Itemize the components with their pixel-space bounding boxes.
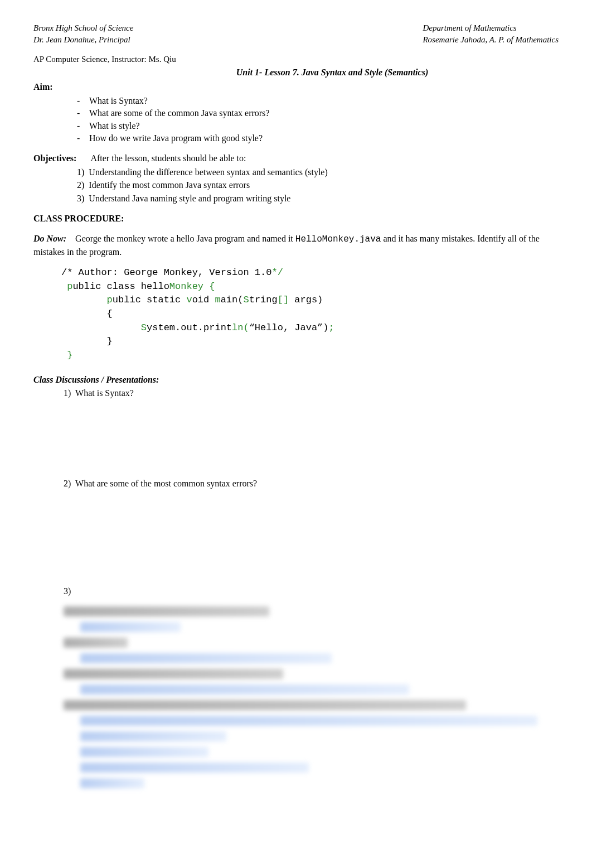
do-now-paragraph: Do Now: George the monkey wrote a hello …	[33, 233, 559, 258]
obscured-line	[80, 653, 332, 663]
aim-item: How do we write Java program with good s…	[89, 132, 559, 144]
school-name: Bronx High School of Science	[33, 22, 133, 34]
department-name: Department of Mathematics	[423, 22, 559, 34]
unit-title: Unit 1- Lesson 7. Java Syntax and Style …	[106, 66, 559, 79]
do-now-label: Do Now:	[33, 234, 66, 243]
obscured-line	[80, 731, 226, 741]
principal-name: Dr. Jean Donahue, Principal	[33, 34, 133, 46]
objectives-row: Objectives: After the lesson, students s…	[33, 152, 559, 165]
obscured-line	[80, 763, 309, 773]
code-block: /* Author: George Monkey, Version 1.0*/ …	[61, 266, 559, 362]
do-now-text: George the monkey wrote a hello Java pro…	[75, 234, 295, 243]
ap-name: Rosemarie Jahoda, A. P. of Mathematics	[423, 34, 559, 46]
obscured-line	[80, 747, 208, 757]
obscured-line	[64, 606, 269, 616]
do-now-filename: HelloMonkey.java	[295, 234, 381, 244]
question-list: 1) What is Syntax? 2) What are some of t…	[33, 387, 559, 597]
obscured-line	[64, 669, 283, 679]
obscured-line	[80, 778, 144, 788]
objectives-label: Objectives:	[33, 153, 76, 163]
obscured-line	[80, 622, 181, 632]
aim-label: Aim:	[33, 81, 559, 93]
class-procedure-heading: CLASS PROCEDURE:	[33, 213, 559, 225]
objective-item: 1) Understanding the difference between …	[77, 166, 559, 179]
aim-item: What are some of the common Java syntax …	[89, 107, 559, 119]
aim-item: What is Syntax?	[89, 95, 559, 107]
question-item: 2) What are some of the most common synt…	[64, 478, 559, 490]
obscured-content	[64, 606, 521, 788]
class-discussions-heading: Class Discussions / Presentations:	[33, 374, 559, 386]
aim-item: What is style?	[89, 120, 559, 132]
question-item: 3)	[64, 585, 559, 597]
obscured-line	[64, 700, 466, 710]
objectives-list: 1) Understanding the difference between …	[33, 166, 559, 205]
instructor-line: AP Computer Science, Instructor: Ms. Qiu	[33, 54, 559, 65]
obscured-line	[64, 638, 128, 648]
objectives-intro: After the lesson, students should be abl…	[90, 153, 246, 163]
obscured-line	[80, 684, 409, 695]
aim-list: What is Syntax? What are some of the com…	[33, 95, 559, 145]
question-item: 1) What is Syntax?	[64, 387, 559, 399]
objective-item: 3) Understand Java naming style and prog…	[77, 192, 559, 205]
objective-item: 2) Identify the most common Java syntax …	[77, 179, 559, 191]
obscured-line	[80, 716, 537, 726]
